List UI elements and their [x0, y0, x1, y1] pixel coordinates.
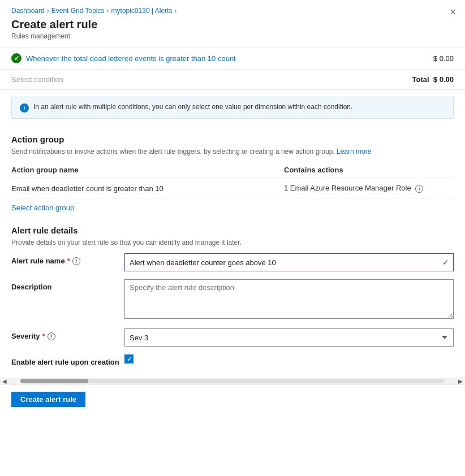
enable-alert-checkbox[interactable]: [124, 354, 134, 364]
close-button[interactable]: ×: [450, 7, 456, 17]
enable-alert-row: Enable alert rule upon creation: [0, 354, 465, 366]
breadcrumb: Dashboard › Event Grid Topics › mytopic0…: [0, 0, 465, 18]
scrollbar-track: [20, 379, 445, 383]
scroll-right-arrow[interactable]: ▶: [456, 378, 465, 384]
severity-select-wrap: Sev 0 Sev 1 Sev 2 Sev 3 Sev 4: [124, 328, 454, 347]
description-wrap: [124, 279, 454, 321]
condition-text: Whenever the total dead lettered events …: [26, 54, 236, 63]
bottom-bar: Create alert rule: [0, 384, 465, 414]
col-name-header: Action group name: [11, 166, 284, 174]
alert-rule-details-section: Alert rule details Provide details on yo…: [0, 217, 465, 246]
description-textarea[interactable]: [124, 279, 454, 319]
alert-rule-name-input-wrap: ✓: [124, 253, 454, 271]
action-group-row: Email when deadletter count is greater t…: [11, 178, 454, 199]
breadcrumb-alerts[interactable]: mytopic0130 | Alerts: [111, 7, 173, 15]
enable-alert-wrap: [124, 354, 454, 364]
description-row: Description: [0, 279, 465, 321]
create-alert-rule-button[interactable]: Create alert rule: [11, 392, 85, 407]
condition-link[interactable]: Whenever the total dead lettered events …: [26, 54, 236, 63]
info-icon: [20, 103, 29, 112]
condition-check-icon: [11, 53, 21, 63]
description-label: Description: [11, 279, 124, 291]
severity-required-star: *: [42, 332, 45, 340]
condition-cost: $ 0.00: [433, 54, 454, 63]
select-condition-placeholder[interactable]: Select condition: [11, 75, 63, 84]
enable-alert-checkbox-row: [124, 354, 454, 364]
page-title: Create alert rule: [0, 18, 465, 32]
required-star: *: [67, 257, 70, 265]
actions-info-icon: i: [415, 185, 423, 193]
action-group-section: Action group Send notifications or invok…: [0, 126, 465, 217]
condition-row: Whenever the total dead lettered events …: [0, 47, 465, 70]
alert-rule-name-wrap: ✓: [124, 253, 454, 271]
severity-row: Severity * i Sev 0 Sev 1 Sev 2 Sev 3 Sev…: [0, 328, 465, 347]
alert-rule-name-row: Alert rule name * i ✓: [0, 253, 465, 271]
action-group-actions-cell: 1 Email Azure Resource Manager Role i: [284, 184, 454, 193]
learn-more-link[interactable]: Learn more: [337, 148, 371, 155]
name-info-icon: i: [72, 257, 80, 265]
page-subtitle: Rules management: [0, 32, 465, 47]
action-group-desc: Send notifications or invoke actions whe…: [11, 148, 454, 155]
alert-rule-details-title: Alert rule details: [11, 226, 454, 235]
alert-rule-details-desc: Provide details on your alert rule so th…: [11, 239, 454, 246]
breadcrumb-event-grid[interactable]: Event Grid Topics: [51, 7, 105, 15]
info-banner: In an alert rule with multiple condition…: [11, 97, 454, 119]
info-banner-text: In an alert rule with multiple condition…: [33, 103, 352, 111]
horizontal-scrollbar: ◀ ▶: [0, 378, 465, 384]
severity-label: Severity * i: [11, 328, 124, 340]
severity-wrap: Sev 0 Sev 1 Sev 2 Sev 3 Sev 4: [124, 328, 454, 347]
action-group-table-header: Action group name Contains actions: [11, 162, 454, 178]
col-actions-header: Contains actions: [284, 166, 454, 174]
alert-rule-name-label: Alert rule name * i: [11, 253, 124, 265]
select-action-group-link[interactable]: Select action group: [11, 204, 74, 212]
severity-select[interactable]: Sev 0 Sev 1 Sev 2 Sev 3 Sev 4: [124, 328, 454, 347]
condition-left: Whenever the total dead lettered events …: [11, 53, 236, 63]
enable-alert-label: Enable alert rule upon creation: [11, 354, 124, 366]
select-condition-row: Select condition Total $ 0.00: [0, 70, 465, 90]
severity-info-icon: i: [48, 332, 55, 340]
action-group-title: Action group: [11, 135, 454, 144]
breadcrumb-dashboard[interactable]: Dashboard: [11, 7, 45, 15]
input-check-icon: ✓: [442, 258, 449, 267]
total-cost: Total $ 0.00: [412, 75, 454, 84]
scrollbar-thumb[interactable]: [20, 379, 88, 383]
alert-rule-name-input[interactable]: [124, 253, 454, 271]
scroll-left-arrow[interactable]: ◀: [0, 378, 9, 384]
action-group-name-cell: Email when deadletter count is greater t…: [11, 184, 284, 193]
